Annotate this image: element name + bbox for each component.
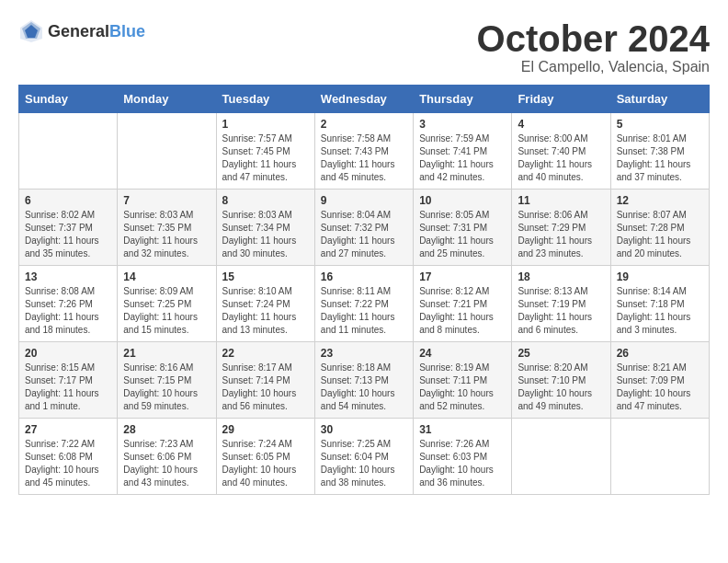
day-number: 20 [25,347,111,360]
day-content: Sunrise: 7:59 AM Sunset: 7:41 PM Dayligh… [419,132,506,184]
week-row-2: 6Sunrise: 8:02 AM Sunset: 7:37 PM Daylig… [19,190,710,266]
day-content: Sunrise: 8:11 AM Sunset: 7:22 PM Dayligh… [321,285,407,337]
calendar-cell: 2Sunrise: 7:58 AM Sunset: 7:43 PM Daylig… [314,113,413,190]
logo-blue: Blue [109,22,145,40]
day-content: Sunrise: 8:08 AM Sunset: 7:26 PM Dayligh… [25,285,111,337]
day-number: 9 [321,194,407,207]
calendar-cell: 27Sunrise: 7:22 AM Sunset: 6:08 PM Dayli… [19,419,118,495]
day-number: 21 [123,347,210,360]
day-content: Sunrise: 7:25 AM Sunset: 6:04 PM Dayligh… [321,438,407,489]
day-content: Sunrise: 8:13 AM Sunset: 7:19 PM Dayligh… [518,285,604,337]
day-content: Sunrise: 8:20 AM Sunset: 7:10 PM Dayligh… [518,362,604,413]
week-row-5: 27Sunrise: 7:22 AM Sunset: 6:08 PM Dayli… [19,419,710,495]
day-number: 19 [617,270,703,283]
day-number: 31 [419,423,506,436]
day-number: 16 [321,270,407,283]
day-number: 24 [419,347,506,360]
calendar-cell: 8Sunrise: 8:03 AM Sunset: 7:34 PM Daylig… [216,190,314,266]
calendar-cell: 31Sunrise: 7:26 AM Sunset: 6:03 PM Dayli… [414,419,512,495]
day-content: Sunrise: 8:14 AM Sunset: 7:18 PM Dayligh… [617,285,703,337]
title-area: October 2024 El Campello, Valencia, Spai… [477,18,710,75]
column-header-thursday: Thursday [414,86,512,113]
day-content: Sunrise: 7:26 AM Sunset: 6:03 PM Dayligh… [419,438,506,489]
calendar-cell: 17Sunrise: 8:12 AM Sunset: 7:21 PM Dayli… [414,266,512,342]
day-content: Sunrise: 8:03 AM Sunset: 7:35 PM Dayligh… [123,209,210,260]
column-header-tuesday: Tuesday [216,86,314,113]
calendar-cell: 10Sunrise: 8:05 AM Sunset: 7:31 PM Dayli… [414,190,512,266]
day-content: Sunrise: 8:09 AM Sunset: 7:25 PM Dayligh… [123,285,210,337]
day-number: 5 [617,118,703,131]
day-number: 18 [518,270,604,283]
day-number: 29 [222,423,309,436]
day-content: Sunrise: 8:10 AM Sunset: 7:24 PM Dayligh… [222,285,309,337]
week-row-3: 13Sunrise: 8:08 AM Sunset: 7:26 PM Dayli… [19,266,710,342]
logo-general: General [48,22,109,40]
day-number: 8 [222,194,309,207]
day-number: 26 [617,347,703,360]
location-subtitle: El Campello, Valencia, Spain [477,59,710,75]
column-header-sunday: Sunday [19,86,118,113]
day-content: Sunrise: 8:00 AM Sunset: 7:40 PM Dayligh… [518,132,604,184]
day-content: Sunrise: 8:04 AM Sunset: 7:32 PM Dayligh… [321,209,407,260]
calendar-cell: 16Sunrise: 8:11 AM Sunset: 7:22 PM Dayli… [314,266,413,342]
day-number: 28 [123,423,210,436]
day-number: 4 [518,118,604,131]
header-row: SundayMondayTuesdayWednesdayThursdayFrid… [19,86,710,113]
day-number: 11 [518,194,604,207]
day-number: 30 [321,423,407,436]
column-header-saturday: Saturday [610,86,709,113]
column-header-friday: Friday [512,86,610,113]
day-content: Sunrise: 7:24 AM Sunset: 6:05 PM Dayligh… [222,438,309,489]
calendar-cell: 28Sunrise: 7:23 AM Sunset: 6:06 PM Dayli… [118,419,216,495]
month-title: October 2024 [477,18,710,59]
day-number: 14 [123,270,210,283]
calendar-cell: 5Sunrise: 8:01 AM Sunset: 7:38 PM Daylig… [610,113,709,190]
calendar-cell: 11Sunrise: 8:06 AM Sunset: 7:29 PM Dayli… [512,190,610,266]
day-content: Sunrise: 8:19 AM Sunset: 7:11 PM Dayligh… [419,362,506,413]
calendar-cell [512,419,610,495]
calendar-cell: 30Sunrise: 7:25 AM Sunset: 6:04 PM Dayli… [314,419,413,495]
day-content: Sunrise: 7:22 AM Sunset: 6:08 PM Dayligh… [25,438,111,489]
calendar-cell: 15Sunrise: 8:10 AM Sunset: 7:24 PM Dayli… [216,266,314,342]
day-number: 7 [123,194,210,207]
day-content: Sunrise: 7:23 AM Sunset: 6:06 PM Dayligh… [123,438,210,489]
day-number: 22 [222,347,309,360]
day-content: Sunrise: 8:02 AM Sunset: 7:37 PM Dayligh… [25,209,111,260]
day-content: Sunrise: 8:18 AM Sunset: 7:13 PM Dayligh… [321,362,407,413]
calendar-cell: 26Sunrise: 8:21 AM Sunset: 7:09 PM Dayli… [610,342,709,419]
day-content: Sunrise: 8:06 AM Sunset: 7:29 PM Dayligh… [518,209,604,260]
calendar-cell: 14Sunrise: 8:09 AM Sunset: 7:25 PM Dayli… [118,266,216,342]
calendar-cell: 25Sunrise: 8:20 AM Sunset: 7:10 PM Dayli… [512,342,610,419]
calendar-cell: 19Sunrise: 8:14 AM Sunset: 7:18 PM Dayli… [610,266,709,342]
week-row-1: 1Sunrise: 7:57 AM Sunset: 7:45 PM Daylig… [19,113,710,190]
week-row-4: 20Sunrise: 8:15 AM Sunset: 7:17 PM Dayli… [19,342,710,419]
calendar-cell: 1Sunrise: 7:57 AM Sunset: 7:45 PM Daylig… [216,113,314,190]
calendar-cell: 24Sunrise: 8:19 AM Sunset: 7:11 PM Dayli… [414,342,512,419]
day-content: Sunrise: 8:07 AM Sunset: 7:28 PM Dayligh… [617,209,703,260]
day-content: Sunrise: 8:05 AM Sunset: 7:31 PM Dayligh… [419,209,506,260]
day-number: 10 [419,194,506,207]
page-header: GeneralBlue October 2024 El Campello, Va… [18,18,710,75]
day-content: Sunrise: 8:01 AM Sunset: 7:38 PM Dayligh… [617,132,703,184]
day-number: 3 [419,118,506,131]
calendar-cell: 3Sunrise: 7:59 AM Sunset: 7:41 PM Daylig… [414,113,512,190]
calendar-cell: 6Sunrise: 8:02 AM Sunset: 7:37 PM Daylig… [19,190,118,266]
calendar-cell: 21Sunrise: 8:16 AM Sunset: 7:15 PM Dayli… [118,342,216,419]
day-content: Sunrise: 7:58 AM Sunset: 7:43 PM Dayligh… [321,132,407,184]
calendar-table: SundayMondayTuesdayWednesdayThursdayFrid… [18,85,710,495]
day-content: Sunrise: 8:12 AM Sunset: 7:21 PM Dayligh… [419,285,506,337]
calendar-cell [19,113,118,190]
day-number: 15 [222,270,309,283]
calendar-cell: 12Sunrise: 8:07 AM Sunset: 7:28 PM Dayli… [610,190,709,266]
logo: GeneralBlue [18,18,145,44]
day-number: 12 [617,194,703,207]
day-number: 25 [518,347,604,360]
day-content: Sunrise: 8:03 AM Sunset: 7:34 PM Dayligh… [222,209,309,260]
day-number: 1 [222,118,309,131]
day-number: 2 [321,118,407,131]
calendar-cell: 20Sunrise: 8:15 AM Sunset: 7:17 PM Dayli… [19,342,118,419]
day-number: 13 [25,270,111,283]
calendar-cell [118,113,216,190]
calendar-cell: 29Sunrise: 7:24 AM Sunset: 6:05 PM Dayli… [216,419,314,495]
day-number: 23 [321,347,407,360]
